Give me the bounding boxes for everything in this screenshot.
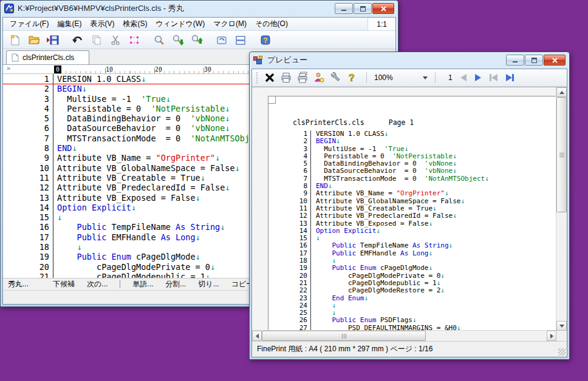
save-file-icon[interactable] [47, 34, 59, 46]
line-text: DataBindingBehavior = 0 'vbNone↓ [53, 113, 230, 123]
split-window-icon[interactable] [234, 34, 247, 46]
eol-mark: ↓ [210, 262, 215, 272]
menu-item-1[interactable]: 編集(E) [53, 18, 86, 30]
preview-minimize-button[interactable] [506, 55, 524, 66]
scroll-left-arrow[interactable] [252, 331, 262, 341]
eol-mark: ↓ [215, 153, 220, 163]
vertical-scrollbar-thumb[interactable] [556, 97, 567, 212]
eol-mark: ↓ [225, 104, 230, 113]
close-preview-icon[interactable] [264, 72, 276, 84]
tab-clsprintercls[interactable]: clsPrinterCls.cls [6, 50, 89, 64]
line-text: DataSourceBehavior = 0 'vbNone↓ [53, 123, 230, 133]
line-number: 16 [3, 222, 53, 232]
line-number: 17 [3, 232, 53, 242]
line-number: 26 [268, 317, 311, 324]
line-text: END↓ [53, 143, 77, 153]
status-spacer [3, 291, 274, 304]
editor-close-button[interactable] [372, 3, 394, 14]
menu-item-4[interactable]: ウィンドウ(W) [151, 18, 209, 30]
eol-mark: ↓ [453, 167, 457, 175]
scroll-right-arrow[interactable] [547, 331, 556, 341]
first-page-button[interactable] [490, 74, 497, 81]
preview-maximize-button[interactable] [525, 55, 543, 66]
line-number: 12 [3, 183, 53, 192]
zoom-level-combobox[interactable]: 100% [371, 72, 431, 84]
menu-item-5[interactable]: マクロ(M) [209, 18, 251, 30]
line-text: BEGIN↓ [53, 84, 87, 93]
switch-window-icon[interactable] [216, 34, 228, 46]
preview-help-icon[interactable]: ? [346, 72, 358, 84]
open-file-icon[interactable] [28, 34, 40, 46]
toolbar-grip[interactable] [256, 72, 259, 83]
settings-wrench-icon[interactable] [329, 72, 341, 84]
line-text: MTSTransactionMode = 0 'NotAnMTSObject↓ [53, 133, 270, 143]
resize-grip[interactable] [558, 348, 566, 356]
eol-mark: ↓ [225, 183, 230, 192]
eol-mark: ↓ [200, 173, 205, 183]
find-prev-icon[interactable] [191, 34, 203, 46]
eol-mark: ↓ [440, 286, 445, 294]
eol-mark: ↓ [405, 145, 409, 153]
function-key-5[interactable]: 切り... [198, 279, 219, 289]
find-icon[interactable] [153, 34, 165, 46]
menu-item-6[interactable]: その他(O) [251, 18, 292, 30]
print-all-icon[interactable] [296, 72, 309, 84]
eol-mark: ↓ [72, 143, 77, 153]
page-number-field[interactable]: 1 [448, 73, 453, 82]
editor-maximize-button[interactable] [354, 3, 372, 14]
code-line-7: 7 MTSTransactionMode = 0 'NotAnMTSObject… [268, 175, 558, 183]
page-header-filename: clsPrinterCls.cls [293, 118, 364, 127]
scroll-up-arrow[interactable] [556, 87, 567, 97]
line-number: 22 [268, 287, 311, 294]
preview-page[interactable]: clsPrinterCls.cls Page 1 1VERSION 1.0 CL… [268, 96, 558, 341]
function-key-2[interactable]: 次の... [87, 279, 108, 289]
editor-titlebar[interactable]: K:¥Project¥VB6¥HMPV¥clsPrinterCls.cls - … [1, 1, 398, 16]
copy-icon[interactable] [91, 34, 103, 46]
vertical-scrollbar[interactable] [556, 87, 567, 331]
desktop: K:¥Project¥VB6¥HMPV¥clsPrinterCls.cls - … [0, 0, 588, 381]
code-line-2: 2BEGIN↓ [268, 138, 558, 145]
editor-minimize-button[interactable] [335, 3, 353, 14]
code-line-1: 1VERSION 1.0 CLASS↓ [268, 130, 558, 138]
horizontal-scrollbar-thumb[interactable] [262, 331, 426, 341]
menu-item-2[interactable]: 表示(V) [86, 18, 118, 30]
eol-mark: ↓ [225, 113, 230, 123]
function-key-0[interactable]: 秀丸... [8, 279, 29, 289]
line-number: 6 [268, 167, 311, 175]
wizard-icon[interactable] [313, 72, 325, 84]
help-icon[interactable]: ? [259, 34, 272, 46]
horizontal-scrollbar[interactable] [252, 330, 556, 341]
eol-mark: ↓ [332, 309, 337, 317]
menu-item-3[interactable]: 検索(S) [118, 18, 151, 30]
prev-page-button[interactable] [460, 74, 467, 81]
new-file-icon[interactable] [9, 34, 21, 46]
find-next-icon[interactable] [172, 34, 184, 46]
line-number: 19 [268, 265, 311, 272]
code-line-23: 23 End Enum↓ [268, 295, 558, 302]
line-number: 2 [268, 138, 311, 145]
menu-item-0[interactable]: ファイル(F) [5, 18, 53, 30]
preview-statusbar: FinePrint 用紙 : A4 ( 210 mm * 297 mm ) ペー… [252, 341, 567, 357]
eol-mark: ↓ [453, 152, 457, 160]
eol-mark: ↓ [440, 272, 445, 280]
line-text: Persistable = 0 'NotPersistable↓ [53, 104, 230, 113]
eol-mark: ↓ [453, 160, 457, 167]
function-key-1[interactable]: 下候補 [53, 279, 75, 289]
preview-status-text: FinePrint 用紙 : A4 ( 210 mm * 297 mm ) ペー… [257, 344, 432, 354]
code-line-24: 24 ↓ [268, 302, 558, 309]
preview-titlebar[interactable]: プレビュー [250, 52, 569, 68]
next-page-button[interactable] [475, 74, 481, 81]
cut-icon[interactable] [109, 34, 121, 46]
function-key-4[interactable]: 分割... [165, 279, 186, 289]
function-key-3[interactable]: 単語... [132, 279, 153, 289]
scroll-down-arrow[interactable] [556, 321, 567, 331]
preview-close-button[interactable] [544, 55, 566, 66]
eol-mark: ↓ [428, 220, 432, 228]
print-icon[interactable] [280, 72, 292, 84]
select-range-icon[interactable] [128, 34, 140, 46]
code-line-14: 14Option Explicit↓ [268, 228, 558, 235]
eol-mark: ↓ [196, 252, 200, 261]
last-page-button[interactable] [506, 74, 514, 81]
scrollbar-corner [556, 331, 567, 341]
undo-icon[interactable] [72, 34, 84, 46]
